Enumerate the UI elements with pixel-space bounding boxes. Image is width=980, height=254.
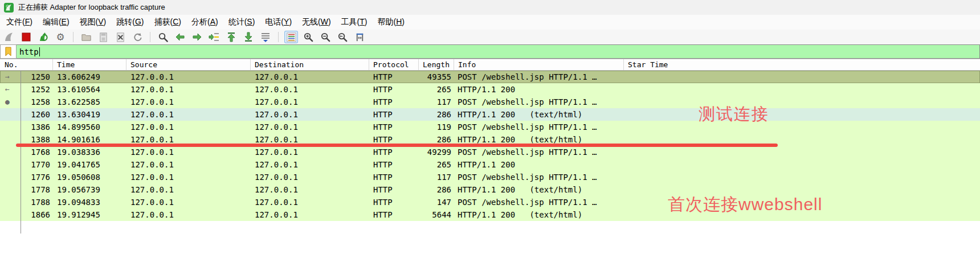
cell-star-time (624, 108, 980, 121)
menu-item[interactable]: 视图(V) (75, 15, 112, 29)
menu-item[interactable]: 电话(Y) (260, 15, 297, 29)
table-row[interactable]: 1776 19.050608 127.0.0.1 127.0.0.1 HTTP … (0, 171, 980, 183)
column-header-time[interactable]: Time (53, 59, 126, 70)
cell-time: 13.630419 (53, 108, 126, 121)
capture-options-icon[interactable]: ⚙ (54, 31, 67, 43)
colorize-icon[interactable] (284, 31, 298, 43)
filter-bookmark-button[interactable] (0, 44, 17, 59)
bookmark-icon (5, 47, 12, 56)
table-row[interactable]: 1260 13.630419 127.0.0.1 127.0.0.1 HTTP … (0, 108, 980, 121)
column-header-protocol[interactable]: Protocol (369, 59, 419, 70)
related-packet-marker (0, 108, 15, 121)
main-toolbar: ⚙ (0, 30, 980, 44)
filter-text: http (19, 47, 39, 56)
cell-info: HTTP/1.1 200 (454, 158, 624, 171)
menu-item[interactable]: 跳转(G) (111, 15, 149, 29)
cell-destination: 127.0.0.1 (251, 108, 369, 121)
cell-protocol: HTTP (369, 158, 419, 171)
table-row[interactable]: 1778 19.056739 127.0.0.1 127.0.0.1 HTTP … (0, 183, 980, 196)
go-to-packet-icon[interactable] (207, 31, 221, 43)
zoom-in-icon[interactable] (301, 31, 315, 43)
cell-protocol: HTTP (369, 83, 419, 96)
column-header-length[interactable]: Length (419, 59, 454, 70)
wireshark-icon (4, 3, 14, 13)
title-bar: 正在捕获 Adapter for loopback traffic captur… (0, 0, 980, 15)
cell-destination: 127.0.0.1 (251, 83, 369, 96)
column-header-no[interactable]: No. (0, 59, 53, 70)
table-row[interactable]: ● 1258 13.622585 127.0.0.1 127.0.0.1 HTT… (0, 96, 980, 108)
cell-time: 19.050608 (53, 171, 126, 183)
related-packet-marker (0, 146, 15, 158)
table-row[interactable]: 1386 14.899560 127.0.0.1 127.0.0.1 HTTP … (0, 121, 980, 133)
resize-columns-icon[interactable] (353, 31, 366, 43)
restart-capture-icon[interactable] (36, 31, 50, 43)
column-header-destination[interactable]: Destination (251, 59, 369, 70)
menu-item[interactable]: 分析(A) (186, 15, 223, 29)
cell-info: HTTP/1.1 200 (454, 83, 624, 96)
go-back-icon[interactable] (173, 31, 187, 43)
cell-time: 19.094833 (53, 196, 126, 208)
related-packet-marker: ● (0, 96, 15, 108)
start-capture-icon[interactable] (2, 31, 16, 43)
cell-source: 127.0.0.1 (126, 158, 251, 171)
menu-item[interactable]: 帮助(H) (373, 15, 410, 29)
menu-item[interactable]: 文件(F) (1, 15, 38, 29)
cell-source: 127.0.0.1 (126, 208, 251, 221)
menu-item[interactable]: 编辑(E) (38, 15, 75, 29)
zoom-reset-icon[interactable] (336, 31, 349, 43)
cell-length: 286 (419, 183, 454, 196)
cell-time: 13.610564 (53, 83, 126, 96)
cell-info: POST /webshell.jsp HTTP/1.1 … (454, 96, 624, 108)
cell-destination: 127.0.0.1 (251, 146, 369, 158)
cell-source: 127.0.0.1 (126, 96, 251, 108)
table-row[interactable]: 1866 19.912945 127.0.0.1 127.0.0.1 HTTP … (0, 208, 980, 221)
menu-item[interactable]: 无线(W) (297, 15, 336, 29)
toolbar-separator (73, 32, 74, 42)
cell-info: POST /webshell.jsp HTTP/1.1 … (454, 71, 624, 83)
display-filter-input[interactable]: http (17, 44, 980, 59)
table-row[interactable]: → 1250 13.606249 127.0.0.1 127.0.0.1 HTT… (0, 71, 980, 83)
cell-destination: 127.0.0.1 (251, 171, 369, 183)
table-row[interactable]: 1770 19.041765 127.0.0.1 127.0.0.1 HTTP … (0, 158, 980, 171)
related-packet-marker (0, 133, 15, 146)
menu-item[interactable]: 统计(S) (223, 15, 260, 29)
cell-time: 19.056739 (53, 183, 126, 196)
stop-capture-icon[interactable] (19, 31, 33, 43)
cell-source: 127.0.0.1 (126, 121, 251, 133)
toolbar-separator (278, 32, 279, 42)
go-bottom-icon[interactable] (242, 31, 255, 43)
cell-destination: 127.0.0.1 (251, 96, 369, 108)
menu-bar: 文件(F) 编辑(E) 视图(V) 跳转(G) 捕获(C) 分析(A) 统计(S… (0, 15, 980, 30)
table-row[interactable]: 1768 19.038336 127.0.0.1 127.0.0.1 HTTP … (0, 146, 980, 158)
open-file-icon[interactable] (79, 31, 93, 43)
auto-scroll-icon[interactable] (259, 31, 272, 43)
cell-source: 127.0.0.1 (126, 71, 251, 83)
column-header-source[interactable]: Source (126, 59, 251, 70)
save-file-icon[interactable] (96, 31, 110, 43)
cell-destination: 127.0.0.1 (251, 71, 369, 83)
cell-source: 127.0.0.1 (126, 108, 251, 121)
column-header-star-time[interactable]: Star Time (624, 59, 980, 70)
menu-item[interactable]: 捕获(C) (149, 15, 186, 29)
go-top-icon[interactable] (224, 31, 238, 43)
table-row[interactable]: ← 1252 13.610564 127.0.0.1 127.0.0.1 HTT… (0, 83, 980, 96)
cell-star-time (624, 146, 980, 158)
close-file-icon[interactable] (113, 31, 127, 43)
cell-length: 117 (419, 96, 454, 108)
reload-icon[interactable] (130, 31, 144, 43)
cell-protocol: HTTP (369, 71, 419, 83)
cell-length: 286 (419, 108, 454, 121)
cell-time: 19.912945 (53, 208, 126, 221)
cell-length: 119 (419, 121, 454, 133)
cell-star-time (624, 121, 980, 133)
menu-item[interactable]: 工具(T) (336, 15, 373, 29)
table-row[interactable]: 1788 19.094833 127.0.0.1 127.0.0.1 HTTP … (0, 196, 980, 208)
related-packet-marker: → (0, 71, 15, 83)
find-packet-icon[interactable] (156, 31, 170, 43)
cell-protocol: HTTP (369, 171, 419, 183)
cell-protocol: HTTP (369, 96, 419, 108)
column-header-info[interactable]: Info (454, 59, 624, 70)
go-forward-icon[interactable] (190, 31, 204, 43)
zoom-out-icon[interactable] (318, 31, 332, 43)
annotation-first-connection: 首次连接wwebshell (668, 193, 822, 216)
